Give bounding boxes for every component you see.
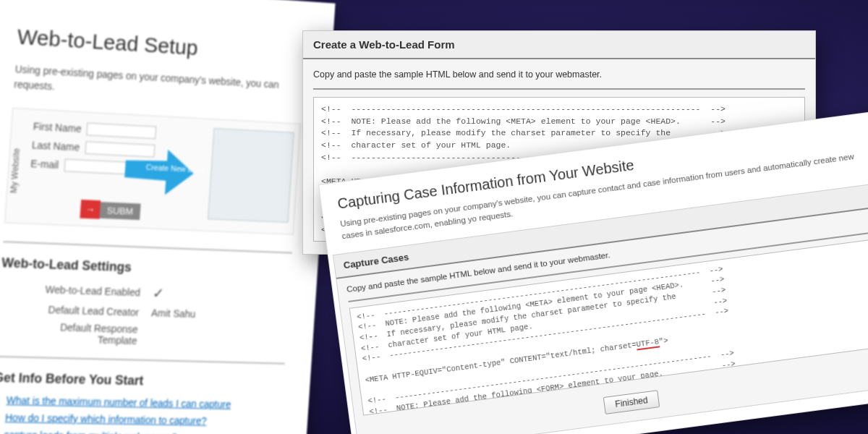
- diagram-website-label: My Website: [9, 148, 22, 194]
- finished-button[interactable]: Finished: [603, 390, 660, 414]
- mock-input: [64, 158, 135, 174]
- section-divider: [0, 356, 285, 365]
- setting-value-creator: Amit Sahu: [151, 307, 196, 320]
- page-intro-text: Using pre-existing pages on your company…: [14, 61, 304, 108]
- setting-label-enabled: Web-to-Lead Enabled: [21, 283, 141, 298]
- field-label-email: E-mail: [30, 158, 59, 171]
- lead-flow-diagram: My Website First Name Last Name E-mail →…: [4, 108, 301, 235]
- getinfo-links-list: What is the maximum number of leads I ca…: [0, 394, 282, 434]
- web-to-lead-setup-page: Web-to-Lead Setup Using pre-existing pag…: [0, 0, 336, 434]
- help-link[interactable]: capture leads from multiple web pages?: [4, 429, 280, 434]
- section-divider: [3, 241, 292, 253]
- settings-heading: Web-to-Lead Settings: [1, 255, 292, 281]
- settings-block: Web-to-Lead Enabled ✓ Default Lead Creat…: [0, 279, 290, 350]
- field-label-first-name: First Name: [33, 121, 82, 135]
- divider: [313, 88, 805, 90]
- field-label-last-name: Last Name: [32, 139, 80, 153]
- diagram-submit-bar: → SUBM: [80, 200, 140, 221]
- panel-subtitle: Copy and paste the sample HTML below and…: [303, 59, 815, 87]
- checkmark-icon: ✓: [152, 284, 165, 302]
- arrow-right-icon: →: [80, 200, 101, 219]
- submit-button-label: SUBM: [100, 202, 141, 220]
- page-title: Web-to-Lead Setup: [17, 25, 307, 67]
- help-link[interactable]: How do I specify which information to ca…: [5, 412, 281, 427]
- panel-title: Create a Web-to-Lead Form: [303, 31, 815, 59]
- diagram-browser-mock: [208, 128, 294, 223]
- help-link[interactable]: What is the maximum number of leads I ca…: [6, 394, 282, 411]
- mock-input: [87, 123, 157, 140]
- setting-label-template: Default Response Template: [17, 320, 138, 346]
- setting-label-creator: Default Lead Creator: [20, 303, 140, 318]
- getinfo-heading: Get Info Before You Start: [0, 370, 284, 391]
